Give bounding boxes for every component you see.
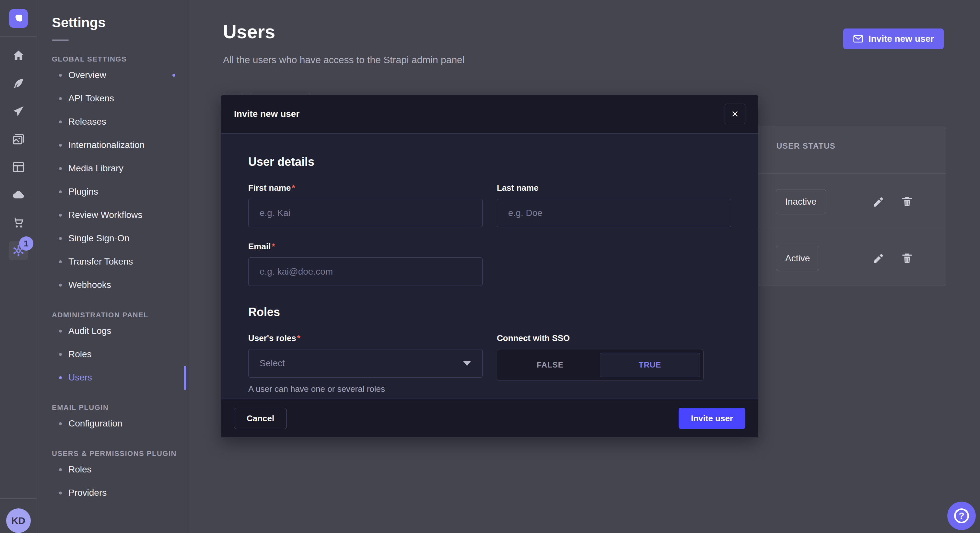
bullet-icon	[59, 284, 62, 287]
required-asterisk: *	[292, 183, 295, 193]
status-badge: Inactive	[776, 189, 826, 214]
settings-sidebar: Settings GLOBAL SETTINGS Overview API To…	[37, 0, 189, 533]
question-mark-icon: ?	[954, 508, 969, 523]
edit-icon[interactable]	[872, 252, 885, 265]
users-roles-select[interactable]: Select	[248, 349, 482, 378]
modal-header: Invite new user ✕	[221, 95, 758, 134]
bullet-icon	[59, 167, 62, 170]
marketplace-nav[interactable]	[9, 213, 28, 233]
user-details-heading: User details	[248, 155, 731, 169]
modal-footer: Cancel Invite user	[221, 399, 758, 438]
overview-notification-dot	[172, 74, 175, 77]
settings-nav[interactable]: 1	[9, 241, 28, 260]
bullet-icon	[59, 74, 62, 77]
sidebar-title: Settings	[52, 15, 189, 30]
cloud-nav[interactable]	[9, 185, 28, 205]
rail-bottom-divider	[0, 498, 37, 499]
delete-icon[interactable]	[900, 195, 913, 208]
invite-new-user-button[interactable]: Invite new user	[843, 29, 944, 49]
first-name-field-group: First name*	[248, 183, 482, 227]
cloud-icon	[12, 188, 25, 202]
active-item-indicator	[184, 366, 186, 390]
email-field-group: Email*	[248, 241, 482, 286]
table-row: Active	[776, 230, 946, 287]
sidebar-item-overview[interactable]: Overview	[52, 63, 189, 87]
bullet-icon	[59, 190, 62, 194]
content-manager-nav[interactable]	[9, 74, 28, 93]
sidebar-item-media-library[interactable]: Media Library	[52, 157, 189, 180]
email-input[interactable]	[248, 257, 482, 286]
strapi-logo[interactable]	[9, 9, 28, 28]
sidebar-item-transfer-tokens[interactable]: Transfer Tokens	[52, 250, 189, 273]
bullet-icon	[59, 330, 62, 333]
bullet-icon	[59, 214, 62, 217]
sso-toggle: FALSE TRUE	[497, 349, 703, 381]
edit-icon[interactable]	[872, 195, 885, 208]
sidebar-item-webhooks[interactable]: Webhooks	[52, 273, 189, 297]
roles-heading: Roles	[248, 305, 731, 319]
status-badge: Active	[776, 246, 819, 271]
sidebar-item-releases[interactable]: Releases	[52, 110, 189, 133]
settings-notification-badge: 1	[19, 236, 33, 251]
sidebar-item-audit-logs[interactable]: Audit Logs	[52, 319, 189, 343]
column-header-user-status: USER STATUS	[776, 141, 835, 151]
media-library-nav[interactable]	[9, 130, 28, 149]
section-administration-panel: ADMINISTRATION PANEL	[52, 311, 189, 319]
modal-body: User details First name* Last name Email…	[221, 134, 758, 399]
sso-false-option[interactable]: FALSE	[500, 353, 600, 377]
rail-divider	[0, 36, 37, 36]
icon-rail: 1 KD	[0, 0, 37, 533]
bullet-icon	[59, 422, 62, 425]
sidebar-item-api-tokens[interactable]: API Tokens	[52, 87, 189, 110]
cancel-button[interactable]: Cancel	[234, 408, 287, 429]
sidebar-item-configuration[interactable]: Configuration	[52, 412, 189, 435]
content-type-builder-nav[interactable]	[9, 157, 28, 177]
close-icon: ✕	[731, 109, 738, 119]
sidebar-item-review-workflows[interactable]: Review Workflows	[52, 203, 189, 227]
sidebar-item-providers[interactable]: Providers	[52, 481, 189, 504]
sidebar-item-plugins[interactable]: Plugins	[52, 180, 189, 203]
close-button[interactable]: ✕	[725, 104, 745, 124]
feather-icon	[12, 77, 25, 90]
strapi-logo-icon	[13, 13, 24, 24]
modal-title: Invite new user	[234, 109, 299, 119]
email-label: Email*	[248, 241, 482, 252]
envelope-icon	[853, 34, 863, 44]
page-title: Users	[223, 21, 275, 43]
invite-user-submit-button[interactable]: Invite user	[679, 408, 745, 429]
sidebar-item-single-sign-on[interactable]: Single Sign-On	[52, 227, 189, 250]
sidebar-title-underline	[52, 40, 69, 41]
images-icon	[12, 132, 25, 146]
bullet-icon	[59, 260, 62, 263]
users-roles-field-group: User's roles* Select A user can have one…	[248, 333, 482, 394]
sso-true-option[interactable]: TRUE	[600, 353, 700, 377]
section-global-settings: GLOBAL SETTINGS	[52, 55, 189, 63]
bullet-icon	[59, 121, 62, 124]
sidebar-item-up-roles[interactable]: Roles	[52, 458, 189, 481]
bullet-icon	[59, 353, 62, 356]
help-button[interactable]: ?	[947, 501, 976, 530]
invite-new-user-modal: Invite new user ✕ User details First nam…	[221, 95, 758, 438]
chevron-down-icon	[463, 361, 471, 366]
bullet-icon	[59, 237, 62, 240]
user-avatar[interactable]: KD	[6, 508, 31, 533]
users-roles-label: User's roles*	[248, 333, 482, 343]
paper-plane-icon	[12, 105, 25, 118]
page-subtitle: All the users who have access to the Str…	[223, 54, 465, 65]
bullet-icon	[59, 492, 62, 495]
section-users-permissions-plugin: USERS & PERMISSIONS PLUGIN	[52, 449, 189, 458]
required-asterisk: *	[272, 241, 275, 251]
first-name-input[interactable]	[248, 199, 482, 227]
bullet-icon	[59, 97, 62, 100]
table-row: Inactive	[776, 173, 946, 230]
sidebar-item-users[interactable]: Users	[52, 366, 189, 389]
sidebar-item-internationalization[interactable]: Internationalization	[52, 133, 189, 157]
home-nav[interactable]	[9, 46, 28, 65]
section-email-plugin: EMAIL PLUGIN	[52, 403, 189, 412]
deploy-nav[interactable]	[9, 102, 28, 121]
last-name-input[interactable]	[497, 199, 731, 227]
sidebar-item-admin-roles[interactable]: Roles	[52, 343, 189, 366]
delete-icon[interactable]	[900, 252, 913, 265]
last-name-field-group: Last name	[497, 183, 731, 227]
roles-hint: A user can have one or several roles	[248, 384, 482, 394]
